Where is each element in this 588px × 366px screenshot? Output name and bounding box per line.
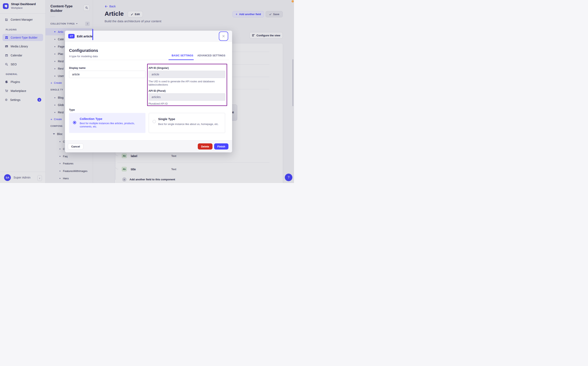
- display-name-input[interactable]: [69, 71, 145, 78]
- configurations-heading: Configurations: [69, 48, 98, 53]
- configurations-subheading: A type for modeling data: [69, 55, 98, 58]
- edit-article-modal: CT Edit article Configurations A type fo…: [65, 31, 232, 152]
- active-item-indicator-bar: [92, 29, 93, 40]
- cancel-button[interactable]: Cancel: [68, 143, 83, 150]
- collection-type-desc: Best for multiple instances like article…: [80, 122, 143, 128]
- close-modal-button[interactable]: [220, 32, 227, 40]
- content-type-badge: CT: [68, 34, 75, 38]
- modal-footer: Cancel Delete Finish: [65, 140, 232, 152]
- type-label: Type: [69, 108, 75, 111]
- single-type-card[interactable]: Single Type Best for single instance lik…: [149, 113, 225, 133]
- radio-selected-icon[interactable]: [73, 121, 76, 124]
- tab-advanced-settings[interactable]: ADVANCED SETTINGS: [197, 54, 225, 57]
- finish-button[interactable]: Finish: [214, 143, 229, 150]
- display-name-label: Display name: [69, 67, 86, 69]
- radio-unselected-icon[interactable]: [153, 120, 156, 123]
- modal-header: CT Edit article: [65, 31, 232, 42]
- tabs-divider: [69, 60, 229, 60]
- collection-type-title: Collection Type: [80, 117, 102, 121]
- tab-basic-settings[interactable]: BASIC SETTINGS: [172, 54, 193, 57]
- delete-button[interactable]: Delete: [198, 143, 213, 150]
- close-icon: [222, 35, 225, 38]
- screen: Strapi Dashboard Workplace Content Manag…: [0, 0, 294, 183]
- single-type-title: Single Type: [158, 117, 175, 121]
- collection-type-card[interactable]: Collection Type Best for multiple instan…: [69, 113, 145, 133]
- notification-dot: [291, 0, 294, 2]
- api-id-singular-label: API ID (Singular): [149, 67, 169, 69]
- single-type-desc: Best for single instance like about us, …: [158, 122, 223, 126]
- api-id-singular-input[interactable]: [149, 71, 225, 78]
- api-id-singular-helper: The UID is used to generate the API rout…: [149, 80, 225, 86]
- api-id-plural-input[interactable]: [149, 93, 225, 101]
- api-id-plural-label: API ID (Plural): [149, 90, 166, 92]
- active-tab-underline: [168, 60, 194, 60]
- modal-title: Edit article: [77, 35, 92, 38]
- api-id-plural-helper: Pluralized API ID: [149, 102, 168, 105]
